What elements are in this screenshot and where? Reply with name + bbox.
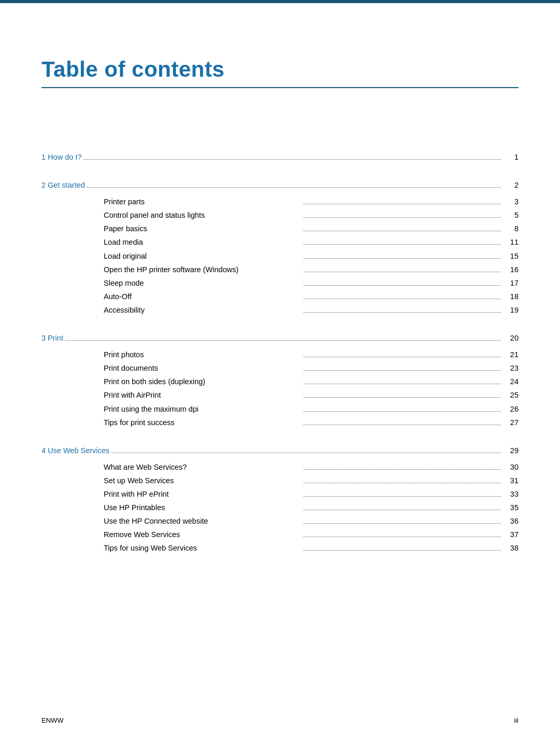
sub-entry-dots xyxy=(303,204,501,204)
sub-entry-dots xyxy=(303,469,501,470)
sub-entry-page: 23 xyxy=(503,361,519,375)
toc-sub-entry: Set up Web Services31 xyxy=(104,474,519,487)
sub-entry-title: Accessibility xyxy=(104,303,301,317)
toc-sub-entry: Print photos21 xyxy=(104,348,519,361)
chapter-dots-3 xyxy=(65,340,501,341)
toc-sub-entry: Load original15 xyxy=(104,249,519,263)
chapter-page-4: 29 xyxy=(503,444,519,457)
sub-entry-dots xyxy=(303,384,501,384)
sub-entry-dots xyxy=(303,357,501,357)
title-section: Table of contents xyxy=(41,57,519,88)
sub-entry-page: 37 xyxy=(503,528,519,541)
toc-sub-entry: Paper basics8 xyxy=(104,222,519,235)
chapter-entry-1: 1 How do I? 1 xyxy=(41,150,519,164)
sub-entry-title: Auto-Off xyxy=(104,290,301,303)
chapter-page-2: 2 xyxy=(503,178,519,192)
chapter-entry-3: 3 Print 20 xyxy=(41,331,519,345)
subsections-chapter-2: Printer parts3Control panel and status l… xyxy=(41,195,519,317)
chapter-entry-4: 4 Use Web Services 29 xyxy=(41,444,519,457)
chapter-entry-2: 2 Get started 2 xyxy=(41,178,519,192)
sub-entry-page: 27 xyxy=(503,416,519,429)
chapter-dots-4 xyxy=(111,453,501,453)
toc-sub-entry: Load media11 xyxy=(104,235,519,249)
page: Table of contents 1 How do I? 12 Get sta… xyxy=(0,0,560,745)
sub-entry-title: Print photos xyxy=(104,348,301,361)
sub-entry-dots xyxy=(303,510,501,510)
sub-entry-page: 8 xyxy=(503,222,519,235)
sub-entry-dots xyxy=(303,397,501,398)
toc-sub-entry: Print documents23 xyxy=(104,361,519,375)
toc-sub-entry: Remove Web Services37 xyxy=(104,528,519,541)
sub-entry-dots xyxy=(303,370,501,371)
sub-entry-dots xyxy=(303,272,501,272)
sub-entry-title: Load media xyxy=(104,235,301,249)
toc-chapter-3: 3 Print 20Print photos21Print documents2… xyxy=(41,331,519,429)
sub-entry-page: 33 xyxy=(503,487,519,501)
sub-entry-page: 25 xyxy=(503,388,519,402)
sub-entry-title: What are Web Services? xyxy=(104,460,301,474)
toc-sub-entry: Use HP Printables35 xyxy=(104,501,519,514)
toc-sub-entry: Sleep mode17 xyxy=(104,276,519,290)
toc-sub-entry: Auto-Off18 xyxy=(104,290,519,303)
sub-entry-dots xyxy=(303,258,501,259)
sub-entry-page: 3 xyxy=(503,195,519,208)
toc-sub-entry: Use the HP Connected website36 xyxy=(104,514,519,528)
toc-sub-entry: What are Web Services?30 xyxy=(104,460,519,474)
toc-sub-entry: Open the HP printer software (Windows)16 xyxy=(104,263,519,276)
sub-entry-dots xyxy=(303,312,501,313)
sub-entry-dots xyxy=(303,550,501,551)
chapter-page-3: 20 xyxy=(503,331,519,345)
sub-entry-title: Paper basics xyxy=(104,222,301,235)
chapter-label-3: 3 Print xyxy=(41,331,63,345)
toc-content: 1 How do I? 12 Get started 2Printer part… xyxy=(41,150,519,555)
sub-entry-title: Open the HP printer software (Windows) xyxy=(104,263,301,276)
sub-entry-page: 17 xyxy=(503,276,519,290)
sub-entry-page: 38 xyxy=(503,541,519,555)
toc-chapter-4: 4 Use Web Services 29What are Web Servic… xyxy=(41,444,519,555)
sub-entry-page: 11 xyxy=(503,235,519,249)
sub-entry-title: Print with HP ePrint xyxy=(104,487,301,501)
footer-page-number: iii xyxy=(514,716,519,724)
footer-label: ENWW xyxy=(41,716,64,724)
sub-entry-page: 26 xyxy=(503,402,519,416)
sub-entry-dots xyxy=(303,231,501,231)
toc-sub-entry: Tips for using Web Services38 xyxy=(104,541,519,555)
sub-entry-title: Print on both sides (duplexing) xyxy=(104,375,301,388)
toc-chapter-1: 1 How do I? 1 xyxy=(41,150,519,164)
sub-entry-page: 19 xyxy=(503,303,519,317)
sub-entry-title: Control panel and status lights xyxy=(104,208,301,222)
sub-entry-page: 31 xyxy=(503,474,519,487)
chapter-label-2: 2 Get started xyxy=(41,178,85,192)
sub-entry-page: 5 xyxy=(503,208,519,222)
sub-entry-dots xyxy=(303,483,501,483)
sub-entry-page: 35 xyxy=(503,501,519,514)
sub-entry-dots xyxy=(303,537,501,537)
sub-entry-title: Sleep mode xyxy=(104,276,301,290)
sub-entry-dots xyxy=(303,496,501,497)
chapter-page-1: 1 xyxy=(503,150,519,164)
sub-entry-page: 36 xyxy=(503,514,519,528)
toc-sub-entry: Print on both sides (duplexing)24 xyxy=(104,375,519,388)
sub-entry-dots xyxy=(303,285,501,286)
sub-entry-dots xyxy=(303,523,501,524)
chapter-label-1: 1 How do I? xyxy=(41,150,81,164)
top-border-decoration xyxy=(0,0,560,3)
sub-entry-title: Printer parts xyxy=(104,195,301,208)
sub-entry-page: 16 xyxy=(503,263,519,276)
sub-entry-title: Print with AirPrint xyxy=(104,388,301,402)
sub-entry-title: Tips for using Web Services xyxy=(104,541,301,555)
sub-entry-dots xyxy=(303,244,501,245)
sub-entry-dots xyxy=(303,425,501,425)
chapter-label-4: 4 Use Web Services xyxy=(41,444,109,457)
sub-entry-dots xyxy=(303,217,501,218)
subsections-chapter-4: What are Web Services?30Set up Web Servi… xyxy=(41,460,519,555)
sub-entry-title: Set up Web Services xyxy=(104,474,301,487)
sub-entry-page: 24 xyxy=(503,375,519,388)
chapter-dots-1 xyxy=(83,159,501,160)
sub-entry-title: Print documents xyxy=(104,361,301,375)
sub-entry-page: 30 xyxy=(503,460,519,474)
sub-entry-title: Load original xyxy=(104,249,301,263)
toc-chapter-2: 2 Get started 2Printer parts3Control pan… xyxy=(41,178,519,317)
sub-entry-title: Use the HP Connected website xyxy=(104,514,301,528)
footer: ENWW iii xyxy=(41,716,519,724)
